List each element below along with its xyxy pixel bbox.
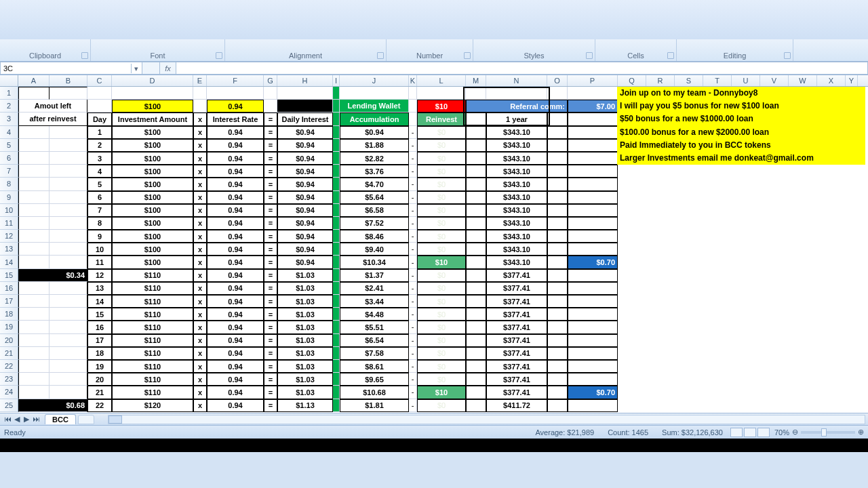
zoom-knob[interactable] (821, 428, 827, 436)
hdr-100[interactable]: $100 (112, 100, 193, 113)
cell[interactable] (333, 295, 340, 308)
scroll-thumb[interactable] (108, 415, 122, 424)
cell-re[interactable]: $0 (417, 139, 466, 152)
cell[interactable] (466, 243, 486, 256)
cell[interactable] (333, 178, 340, 190)
cell[interactable] (568, 113, 618, 125)
cell[interactable] (466, 87, 486, 100)
zoom-out-icon[interactable]: ⊖ (792, 428, 798, 436)
cell-day[interactable]: 7 (87, 204, 112, 217)
cell-day[interactable]: 8 (87, 217, 112, 230)
cell[interactable] (466, 230, 486, 243)
cell[interactable]: = (264, 399, 277, 412)
cell-di[interactable]: $1.03 (277, 295, 333, 308)
cell-day[interactable]: 6 (87, 191, 112, 204)
cell[interactable] (547, 243, 568, 256)
cell-inv[interactable]: $110 (112, 308, 193, 321)
cell[interactable]: x (193, 191, 207, 204)
cell-yr[interactable]: $343.10 (486, 243, 547, 256)
tab-prev-icon[interactable]: ◀ (12, 415, 22, 424)
cell-p[interactable]: $0.70 (568, 386, 618, 399)
cell[interactable] (333, 269, 340, 282)
cell[interactable] (547, 178, 568, 190)
row-header[interactable]: 3 (0, 113, 18, 125)
zoom-control[interactable]: 70% ⊖ ⊕ (774, 428, 864, 436)
cell[interactable] (333, 308, 340, 321)
cell-day[interactable]: 14 (87, 295, 112, 308)
cell[interactable] (547, 269, 568, 282)
cell-rate[interactable]: 0.94 (207, 126, 264, 139)
cell-yr[interactable]: $377.41 (486, 360, 547, 373)
cell[interactable]: x (193, 373, 207, 386)
cell-di[interactable]: $0.94 (277, 191, 333, 204)
cell-acc[interactable]: $5.64 (340, 191, 409, 204)
col-header-T[interactable]: T (703, 75, 732, 86)
cell[interactable] (547, 334, 568, 347)
cell[interactable] (466, 295, 486, 308)
cell-inv[interactable]: $100 (112, 204, 193, 217)
cell-di[interactable]: $1.03 (277, 347, 333, 360)
cell-inv[interactable]: $120 (112, 399, 193, 412)
cell-di[interactable]: $0.94 (277, 230, 333, 243)
cell-acc[interactable]: $4.48 (340, 308, 409, 321)
col-header-I[interactable]: I (333, 75, 340, 86)
tab-next-icon[interactable]: ▶ (22, 415, 31, 424)
cell[interactable]: - (409, 347, 417, 360)
cell-rate[interactable]: 0.94 (207, 386, 264, 399)
cell[interactable] (333, 139, 340, 152)
cell[interactable] (568, 126, 618, 139)
cell[interactable] (333, 230, 340, 243)
cell[interactable]: = (264, 217, 277, 230)
cell[interactable]: - (409, 399, 417, 412)
cell[interactable]: = (264, 230, 277, 243)
row-header[interactable]: 18 (0, 308, 18, 321)
row-header[interactable]: 2 (0, 100, 18, 113)
col-header-X[interactable]: X (817, 75, 846, 86)
cell[interactable]: - (409, 295, 417, 308)
col-header-G[interactable]: G (264, 75, 277, 86)
cell[interactable] (568, 191, 618, 204)
cell[interactable]: x (193, 152, 207, 165)
cell[interactable] (547, 373, 568, 386)
cell[interactable] (18, 256, 50, 268)
zoom-slider[interactable] (801, 431, 855, 434)
cell[interactable] (50, 308, 87, 321)
cell[interactable]: x (193, 282, 207, 295)
cell-re[interactable]: $0 (417, 269, 466, 282)
dialog-launcher-icon[interactable] (377, 52, 384, 59)
row-header[interactable]: 5 (0, 139, 18, 152)
cell-di[interactable]: $0.94 (277, 178, 333, 190)
cell[interactable] (18, 217, 50, 230)
cell[interactable]: - (409, 321, 417, 333)
cell-di[interactable]: $1.03 (277, 386, 333, 399)
cell[interactable] (50, 165, 87, 178)
cell[interactable]: = (264, 178, 277, 190)
cell[interactable] (466, 139, 486, 152)
cell-inv[interactable]: $110 (112, 360, 193, 373)
cell-rate[interactable]: 0.94 (207, 399, 264, 412)
cell[interactable]: = (264, 126, 277, 139)
row-header[interactable]: 11 (0, 217, 18, 230)
cell[interactable] (18, 321, 50, 333)
cell[interactable] (50, 87, 87, 100)
cell[interactable] (568, 243, 618, 256)
row-header[interactable]: 7 (0, 165, 18, 178)
windows-taskbar[interactable] (0, 439, 868, 452)
view-break-button[interactable] (757, 428, 770, 437)
tab-nav-buttons[interactable]: ⏮ ◀ ▶ ⏭ (0, 415, 43, 424)
cell[interactable] (409, 113, 417, 125)
cell[interactable] (50, 217, 87, 230)
cell[interactable] (547, 113, 568, 125)
cell-day[interactable]: 9 (87, 230, 112, 243)
cell-acc[interactable]: $1.37 (340, 269, 409, 282)
cell[interactable]: = (264, 243, 277, 256)
cell-yr[interactable]: $377.41 (486, 282, 547, 295)
cell[interactable] (547, 308, 568, 321)
cell[interactable] (466, 360, 486, 373)
ribbon-group-clipboard[interactable]: Clipboard (0, 39, 91, 61)
cell[interactable] (18, 230, 50, 243)
cell[interactable] (207, 87, 264, 100)
cell[interactable]: x (193, 308, 207, 321)
cell[interactable] (547, 360, 568, 373)
ribbon-group-alignment[interactable]: Alignment (225, 39, 387, 61)
